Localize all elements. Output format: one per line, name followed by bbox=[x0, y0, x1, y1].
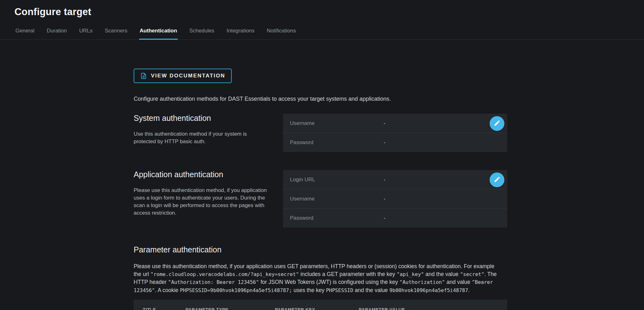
view-documentation-label: VIEW DOCUMENTATION bbox=[151, 73, 225, 79]
tab-authentication[interactable]: Authentication bbox=[139, 25, 178, 40]
tab-schedules[interactable]: Schedules bbox=[189, 25, 215, 40]
field-value: - bbox=[384, 139, 386, 146]
system-auth-panel: Username - Password - bbox=[283, 114, 507, 152]
tab-duration[interactable]: Duration bbox=[46, 25, 67, 40]
application-auth-section: Application authentication Please use th… bbox=[134, 170, 507, 228]
tab-scanners[interactable]: Scanners bbox=[104, 25, 128, 40]
application-auth-edit-button[interactable] bbox=[490, 172, 504, 187]
parameter-auth-title: Parameter authentication bbox=[134, 245, 507, 254]
application-auth-title: Application authentication bbox=[134, 170, 269, 179]
system-auth-title: System authentication bbox=[134, 114, 269, 123]
tab-notifications[interactable]: Notifications bbox=[266, 25, 297, 40]
field-row-username: Username - bbox=[283, 114, 507, 133]
application-auth-description: Please use this authentication method, i… bbox=[134, 187, 269, 217]
system-auth-description: Use this authentication method if your s… bbox=[134, 130, 269, 145]
system-auth-info: System authentication Use this authentic… bbox=[134, 114, 269, 152]
parameter-auth-section: Parameter authentication Please use this… bbox=[134, 245, 507, 310]
field-value: - bbox=[384, 196, 386, 202]
field-label: Username bbox=[290, 196, 384, 202]
main-content: VIEW DOCUMENTATION Configure authenticat… bbox=[134, 40, 507, 310]
column-header-parameter-value: PARAMETER VALUE bbox=[359, 307, 507, 310]
field-row-password: Password - bbox=[283, 208, 507, 228]
document-icon bbox=[140, 72, 147, 80]
column-header-parameter-type: PARAMETER TYPE bbox=[186, 307, 275, 310]
pencil-icon bbox=[494, 120, 501, 127]
system-auth-section: System authentication Use this authentic… bbox=[134, 114, 507, 152]
field-value: - bbox=[384, 177, 386, 183]
field-label: Password bbox=[290, 215, 384, 221]
application-auth-info: Application authentication Please use th… bbox=[134, 170, 269, 228]
page-title: Configure target bbox=[14, 6, 630, 18]
tab-bar: General Duration URLs Scanners Authentic… bbox=[0, 25, 644, 40]
field-value: - bbox=[384, 215, 386, 221]
tab-urls[interactable]: URLs bbox=[79, 25, 93, 40]
field-value: - bbox=[384, 120, 386, 127]
system-auth-edit-button[interactable] bbox=[490, 116, 504, 131]
intro-text: Configure authentication methods for DAS… bbox=[134, 96, 507, 102]
parameter-table-header: TITLE PARAMETER TYPE PARAMETER KEY PARAM… bbox=[134, 300, 507, 310]
pencil-icon bbox=[494, 176, 501, 184]
field-row-login-url: Login URL - bbox=[283, 170, 507, 189]
application-auth-panel: Login URL - Username - Password - bbox=[283, 170, 507, 228]
tab-general[interactable]: General bbox=[15, 25, 35, 40]
page-header: Configure target bbox=[0, 0, 644, 18]
field-row-username: Username - bbox=[283, 189, 507, 208]
parameter-auth-description: Please use this authentication method, i… bbox=[134, 262, 499, 294]
field-label: Login URL bbox=[290, 177, 384, 183]
column-header-parameter-key: PARAMETER KEY bbox=[275, 307, 359, 310]
view-documentation-button[interactable]: VIEW DOCUMENTATION bbox=[134, 69, 232, 83]
field-label: Username bbox=[290, 120, 384, 127]
field-label: Password bbox=[290, 139, 384, 146]
tab-integrations[interactable]: Integrations bbox=[226, 25, 255, 40]
field-row-password: Password - bbox=[283, 133, 507, 152]
column-header-title: TITLE bbox=[143, 307, 186, 310]
